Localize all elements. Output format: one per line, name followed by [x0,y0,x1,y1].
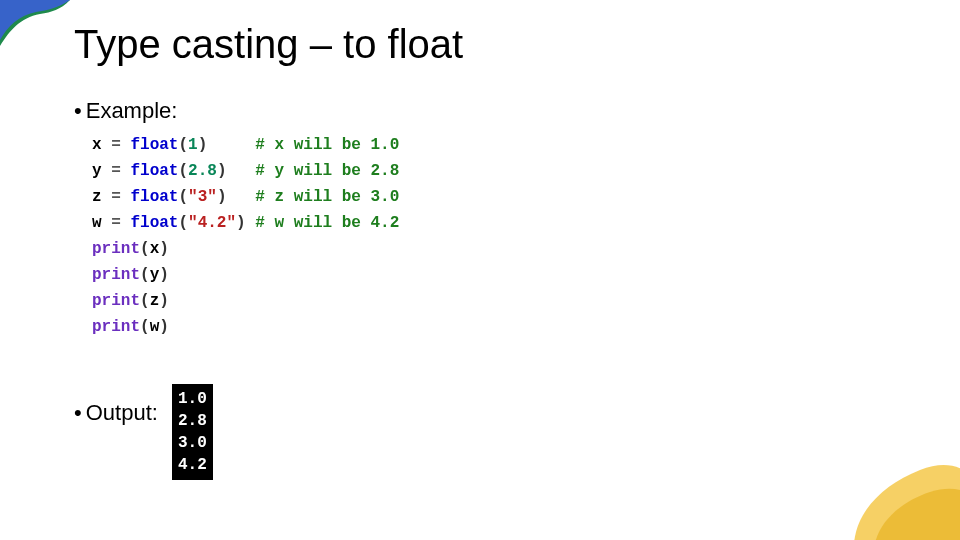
code-block: x = float(1) # x will be 1.0 y = float(2… [92,132,399,340]
code-print-y: print(y) [92,266,169,284]
corner-blob-icon [830,410,960,540]
code-print-z: print(z) [92,292,169,310]
code-print-w: print(w) [92,318,169,336]
slide-title: Type casting – to float [74,22,463,67]
code-print-x: print(x) [92,240,169,258]
output-line-4: 4.2 [178,456,207,474]
code-line-1: x = float(1) # x will be 1.0 [92,136,399,154]
example-label: Example: [86,98,178,123]
output-bullet: •Output: [74,400,158,426]
output-line-3: 3.0 [178,434,207,452]
code-line-4: w = float("4.2") # w will be 4.2 [92,214,399,232]
bullet-dot-icon: • [74,98,82,123]
corner-swoosh-icon [0,0,84,46]
slide: Type casting – to float •Example: x = fl… [0,0,960,540]
output-line-1: 1.0 [178,390,207,408]
console-output: 1.0 2.8 3.0 4.2 [172,384,213,480]
output-line-2: 2.8 [178,412,207,430]
code-line-2: y = float(2.8) # y will be 2.8 [92,162,399,180]
code-line-3: z = float("3") # z will be 3.0 [92,188,399,206]
bullet-dot-icon: • [74,400,82,425]
example-bullet: •Example: [74,98,177,130]
output-label: Output: [86,400,158,425]
